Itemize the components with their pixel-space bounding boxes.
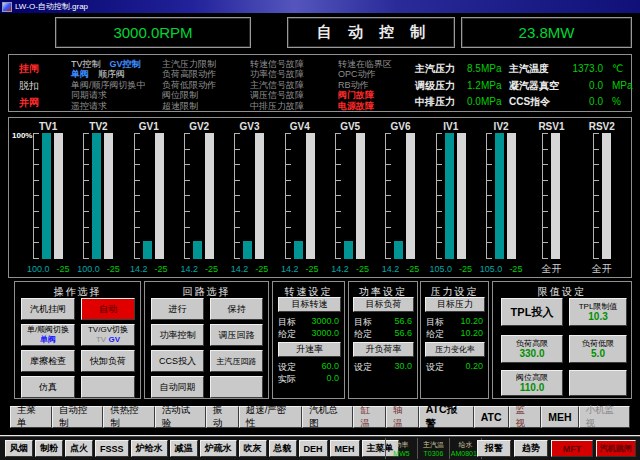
signal-fault-column: 转速信号故障 功率信号故障 主汽信号故障 调压信号故障 中排压力故障 xyxy=(250,59,304,111)
alarm-button[interactable]: 报警 xyxy=(477,440,511,457)
load-rate-button[interactable]: 升负荷率 xyxy=(353,342,414,357)
target-speed-button[interactable]: 目标转速 xyxy=(278,297,341,312)
valve-feedback-bar xyxy=(457,133,466,259)
taskbar-page-buttons: 风烟 制粉 点火 FSSS 炉给水 减温 炉疏水 吹灰 总貌 DEH MEH 主… xyxy=(5,440,399,457)
simulation-button[interactable]: 仿真 xyxy=(21,376,75,398)
taskbar-ignition-button[interactable]: 点火 xyxy=(65,440,93,457)
nav-auto-control-button[interactable]: 自动控制 xyxy=(52,406,103,428)
nav-turbine-overview-button[interactable]: 汽机总图 xyxy=(302,406,353,428)
power-given-row: 给定56.6 xyxy=(354,328,412,341)
load-low-limit-button[interactable]: 负荷低限 5.0 xyxy=(569,335,627,363)
taskbar-deh-button[interactable]: DEH xyxy=(299,440,328,457)
pressure-loop-button[interactable]: 调压回路 xyxy=(210,324,263,346)
panel-loop-select: 回路选择 进行 保持 功率控制 调压回路 CCS投入 主汽压回路 自动同期 xyxy=(144,281,269,399)
tv-gv-switch-button[interactable]: TV/GV切换 TV GV xyxy=(81,324,135,346)
ccs-engage-button[interactable]: CCS投入 xyxy=(151,350,204,372)
taskbar-air-flue-button[interactable]: 风烟 xyxy=(5,440,33,457)
nav-cylinder-temp-button[interactable]: 缸温 xyxy=(353,406,386,428)
hold-button[interactable]: 保持 xyxy=(210,298,263,320)
taskbar-meh-button[interactable]: MEH xyxy=(330,440,360,457)
turbine-trip-indicator-button[interactable]: 汽机跳闸 xyxy=(596,440,636,457)
nav-atc-alarm-button[interactable]: ATC报警 xyxy=(419,406,474,428)
panel-speed-setting: 转速设定 目标转速 目标3000.0 给定3000.0 升速率 设定60.0 实… xyxy=(272,281,345,399)
taskbar-boiler-drain-button[interactable]: 炉疏水 xyxy=(200,440,237,457)
valve-feedback-bar xyxy=(507,133,516,259)
empty-button[interactable] xyxy=(81,376,135,398)
main-pressure-loop-button[interactable]: 主汽压回路 xyxy=(210,350,263,372)
power-value: 23.8MW xyxy=(519,24,575,41)
status-remote-request: 遥控请求 xyxy=(71,101,146,111)
nav-meh-button[interactable]: MEH xyxy=(541,406,578,428)
bar-scale xyxy=(486,133,492,259)
valve-feedback-bar xyxy=(54,133,63,259)
trend-button[interactable]: 趋势 xyxy=(514,440,548,457)
target-pressure-button[interactable]: 目标压力 xyxy=(425,297,485,312)
status-main-pressure-limit: 主汽压力限制 xyxy=(162,59,216,69)
tpl-limit-value-button[interactable]: TPL限制值 10.3 xyxy=(569,298,627,326)
valve-feedback-bar xyxy=(255,133,264,259)
taskbar-pulverizing-button[interactable]: 制粉 xyxy=(35,440,63,457)
control-mode-display: 自 动 控 制 xyxy=(287,17,455,48)
valve-bar-group-rsv2: RSV2 全开 xyxy=(577,121,627,277)
go-button[interactable]: 进行 xyxy=(151,298,204,320)
status-speed-critical-zone: 转速在临界区 xyxy=(338,59,392,69)
valve-demand-bar xyxy=(243,133,252,259)
taskbar-feedwater-button[interactable]: 炉给水 xyxy=(131,440,168,457)
taskbar-attemperation-button[interactable]: 减温 xyxy=(170,440,198,457)
bar-scale xyxy=(285,133,291,259)
mft-indicator-button[interactable]: MFT xyxy=(551,440,593,457)
panel-operation-select: 操作选择 汽机挂闸 自动 单/顺阀切换 单阀 TV/GV切换 TV GV 摩擦检… xyxy=(14,281,141,399)
valve-feedback-bar xyxy=(551,133,560,259)
ccs-command: CCS指令0.0% xyxy=(509,94,633,111)
nav-heating-control-button[interactable]: 供热控制 xyxy=(103,406,154,428)
status-valve-switching: 单阀/顺序阀切换中 xyxy=(71,80,146,90)
scale-100pct-label: 100% xyxy=(12,131,32,140)
valve-high-limit-button[interactable]: 阀位高限 110.0 xyxy=(501,370,563,396)
pressure-rate-button[interactable]: 压力变化率 xyxy=(425,342,485,357)
temperature-readouts-column: 主汽温度1373.0℃ 凝汽器真空0.0MPa CCS指令0.0% xyxy=(509,61,633,111)
nav-activity-test-button[interactable]: 活动试验 xyxy=(155,406,206,428)
taskbar-fsss-button[interactable]: FSSS xyxy=(95,440,129,457)
auto-mode-button[interactable]: 自动 xyxy=(81,298,135,320)
status-sync-request: 同期请求 xyxy=(71,90,146,100)
taskbar-alarm-buttons: 报警 趋势 MFT 汽机跳闸 xyxy=(477,440,636,457)
status-load-high-limit-act: 负荷高限动作 xyxy=(162,69,216,79)
taskbar-sootblow-button[interactable]: 吹灰 xyxy=(239,440,267,457)
speed-rate-button[interactable]: 升速率 xyxy=(278,342,341,357)
status-latched: 挂闸 xyxy=(19,60,39,77)
nav-monitor-button[interactable]: 监视 xyxy=(509,406,542,428)
empty-button[interactable] xyxy=(210,376,263,398)
tpl-engage-button[interactable]: TPL投入 xyxy=(501,298,563,326)
single-seq-valve-switch-button[interactable]: 单/顺阀切换 单阀 xyxy=(21,324,75,346)
valve-bar-group-rsv1: RSV1 全开 xyxy=(526,121,576,277)
load-high-limit-button[interactable]: 负荷高限 330.0 xyxy=(501,335,563,363)
load-rate-set-row: 设定30.0 xyxy=(354,361,412,374)
valve-bars-panel: 100% TV1 100.0-25 TV2 100.0-25 GV1 14.2-… xyxy=(8,117,632,278)
panel-power-setting: 功率设定 目标负荷 目标56.6 给定56.6 升负荷率 设定30.0 xyxy=(348,281,418,399)
alarm-status-column: 转速在临界区 OPC动作 RB动作 阀门故障 电源故障 xyxy=(338,59,392,111)
nav-main-menu-button[interactable]: 主菜单 xyxy=(10,406,52,428)
speed-value: 3000.0RPM xyxy=(113,24,192,41)
power-control-button[interactable]: 功率控制 xyxy=(151,324,204,346)
target-load-button[interactable]: 目标负荷 xyxy=(353,297,414,312)
condenser-vacuum: 凝汽器真空0.0MPa xyxy=(509,78,633,95)
taskbar-overview-button[interactable]: 总貌 xyxy=(269,440,297,457)
nav-aux-turbine-monitor-button[interactable]: 小机监视 xyxy=(579,406,630,428)
turbine-latch-button[interactable]: 汽机挂闸 xyxy=(21,298,75,320)
nav-overspeed-tightness-button[interactable]: 超速/严密性 xyxy=(239,406,302,428)
window-titlebar[interactable]: LW-O-自动控制.grap xyxy=(0,0,640,13)
bar-scale xyxy=(234,133,240,259)
nav-atc-button[interactable]: ATC xyxy=(474,406,509,428)
bar-scale xyxy=(134,133,140,259)
auto-sync-button[interactable]: 自动同期 xyxy=(151,376,204,398)
valve-feedback-bar xyxy=(602,133,611,259)
nav-shaft-temp-button[interactable]: 轴温 xyxy=(386,406,419,428)
valve-feedback-bar xyxy=(205,133,214,259)
friction-check-button[interactable]: 摩擦检查 xyxy=(21,350,75,372)
app-icon xyxy=(2,2,12,12)
limit-status-column: 主汽压力限制 负荷高限动作 负荷低限动作 阀位限制 超速限制 xyxy=(162,59,216,111)
empty-button[interactable] xyxy=(569,370,627,396)
nav-vibration-button[interactable]: 振动 xyxy=(206,406,239,428)
pressure-readouts-column: 主汽压力8.5MPa 调级压力1.2MPa 中排压力0.0MPa xyxy=(415,61,501,111)
fast-unload-button[interactable]: 快卸负荷 xyxy=(81,350,135,372)
